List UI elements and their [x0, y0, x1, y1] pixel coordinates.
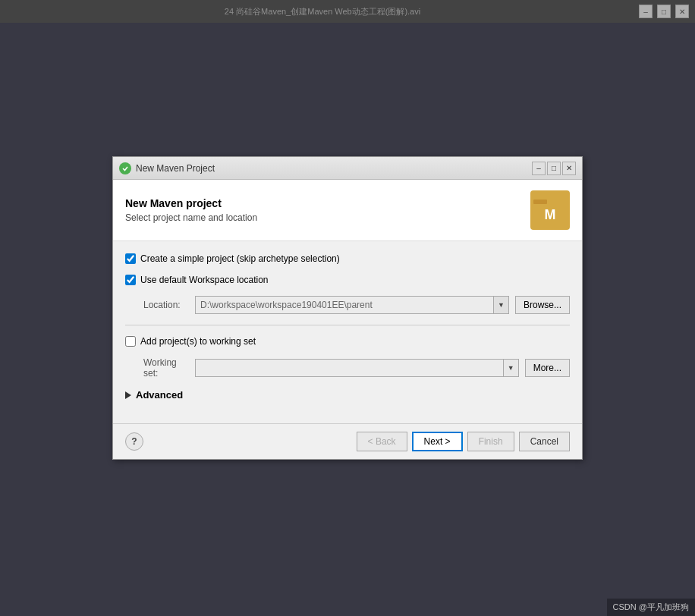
working-set-input[interactable]	[195, 359, 504, 377]
add-working-set-checkbox[interactable]	[125, 336, 136, 347]
dialog-header-subtitle: Select project name and location	[125, 212, 257, 223]
location-input[interactable]	[195, 296, 494, 314]
watermark: CSDN @平凡加班狗	[607, 599, 695, 616]
create-simple-project-row: Create a simple project (skip archetype …	[125, 253, 570, 264]
dialog-header-title: New Maven project	[125, 197, 257, 209]
working-set-row: Working set: ▼ More...	[125, 357, 570, 379]
help-button[interactable]: ?	[125, 432, 143, 451]
dialog-minimize-button[interactable]: –	[532, 162, 546, 175]
svg-rect-2	[533, 200, 547, 204]
svg-text:M: M	[545, 207, 556, 222]
dialog-title-icon	[119, 162, 131, 174]
use-default-workspace-label: Use default Workspace location	[140, 275, 269, 285]
create-simple-project-label: Create a simple project (skip archetype …	[140, 253, 340, 264]
dialog-maximize-button[interactable]: □	[547, 162, 561, 175]
finish-button[interactable]: Finish	[467, 432, 514, 451]
dialog-titlebar: New Maven Project – □ ✕	[113, 157, 582, 180]
working-set-dropdown-arrow[interactable]: ▼	[504, 359, 519, 377]
create-simple-project-checkbox[interactable]	[125, 253, 136, 264]
dialog-close-button[interactable]: ✕	[562, 162, 576, 175]
advanced-section[interactable]: Advanced	[125, 389, 570, 401]
add-working-set-row: Add project(s) to working set	[125, 336, 570, 347]
back-button[interactable]: < Back	[357, 432, 407, 451]
cancel-button[interactable]: Cancel	[519, 432, 570, 451]
advanced-triangle-icon	[125, 391, 131, 399]
more-button[interactable]: More...	[525, 359, 570, 377]
new-maven-project-dialog: New Maven Project – □ ✕ New Maven projec…	[112, 156, 583, 460]
dialog-header-icon: M	[530, 190, 570, 230]
section-divider-1	[125, 325, 570, 325]
dialog-overlay: New Maven Project – □ ✕ New Maven projec…	[0, 0, 695, 616]
dialog-win-controls: – □ ✕	[532, 162, 576, 175]
location-row: Location: ▼ Browse...	[125, 296, 570, 314]
location-input-group: ▼	[195, 296, 509, 314]
working-set-input-group: ▼	[195, 359, 519, 377]
browse-button[interactable]: Browse...	[515, 296, 570, 314]
dialog-header-text: New Maven project Select project name an…	[125, 197, 257, 223]
use-default-workspace-row: Use default Workspace location	[125, 275, 570, 285]
dialog-title-text: New Maven Project	[136, 163, 527, 174]
location-dropdown-arrow[interactable]: ▼	[494, 296, 509, 314]
add-working-set-label: Add project(s) to working set	[140, 336, 256, 347]
advanced-label: Advanced	[136, 389, 183, 401]
next-button[interactable]: Next >	[412, 432, 463, 451]
svg-point-0	[121, 165, 129, 172]
use-default-workspace-checkbox[interactable]	[125, 275, 136, 285]
dialog-footer: ? < Back Next > Finish Cancel	[113, 423, 582, 459]
dialog-header: New Maven project Select project name an…	[113, 180, 582, 241]
location-label: Location:	[143, 300, 189, 310]
dialog-body: Create a simple project (skip archetype …	[113, 241, 582, 423]
working-set-label: Working set:	[143, 357, 189, 379]
